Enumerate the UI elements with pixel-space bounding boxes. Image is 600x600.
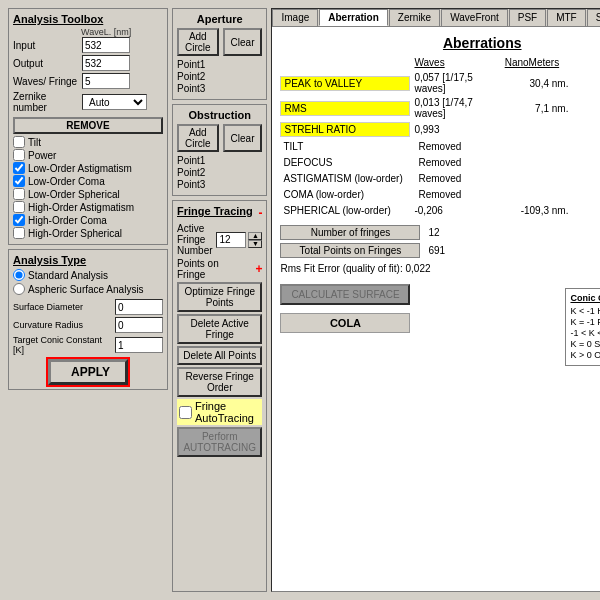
rms-waves: 0,013 [1/74,7 waves] xyxy=(414,97,494,119)
autotracing-checkbox[interactable] xyxy=(179,406,192,419)
conic-box: Conic Constant (K) range K < -1 Hyperbol… xyxy=(565,288,600,366)
aspheric-label: Aspheric Surface Analysis xyxy=(28,284,144,295)
obstruction-section: Obstruction Add Circle Clear Point1 Poin… xyxy=(172,104,267,196)
zernike-select[interactable]: Auto xyxy=(82,94,147,110)
obs-point2: Point2 xyxy=(177,167,262,178)
high-coma-checkbox[interactable] xyxy=(13,214,25,226)
tab-aberration[interactable]: Aberration xyxy=(319,9,388,26)
curvature-radius-field[interactable] xyxy=(115,317,163,333)
obs-add-circle-button[interactable]: Add Circle xyxy=(177,124,219,152)
astigmatism-label: ASTIGMATISM (low-order) xyxy=(280,172,410,185)
target-conic-field[interactable] xyxy=(115,337,163,353)
low-spherical-checkbox[interactable] xyxy=(13,188,25,200)
ap-point2: Point2 xyxy=(177,71,262,82)
ap-point3: Point3 xyxy=(177,83,262,94)
conic-row-2: -1 < K < 0 Prolate Ellipsoid xyxy=(570,328,600,338)
input-label: Input xyxy=(13,40,78,51)
wave-label: WaveL. [nm] xyxy=(81,27,163,37)
active-fringe-input[interactable] xyxy=(216,232,246,248)
analysis-type-section: Analysis Type Standard Analysis Aspheric… xyxy=(8,249,168,390)
toolbox-title: Analysis Toolbox xyxy=(13,13,163,25)
high-astig-checkbox[interactable] xyxy=(13,201,25,213)
spherical-waves: -0,206 xyxy=(414,205,494,216)
aberrations-content: Aberrations Waves NanoMeters PEAK to VAL… xyxy=(272,27,600,591)
tab-wavefront[interactable]: WaveFront xyxy=(441,9,508,26)
remove-button[interactable]: REMOVE xyxy=(13,117,163,134)
tab-mtf[interactable]: MTF xyxy=(547,9,586,26)
defocus-label: DEFOCUS xyxy=(280,156,410,169)
fringe-title: Fringe Tracing xyxy=(177,205,253,217)
obs-point3: Point3 xyxy=(177,179,262,190)
peak-valley-waves: 0,057 [1/17,5 waves] xyxy=(414,72,494,94)
input-field[interactable] xyxy=(82,37,130,53)
waves-field[interactable] xyxy=(82,73,130,89)
rms-fit-label: Rms Fit Error (quality of fit): xyxy=(280,263,402,274)
low-coma-checkbox[interactable] xyxy=(13,175,25,187)
points-value: 691 xyxy=(428,245,468,256)
aperture-title: Aperture xyxy=(177,13,262,25)
obs-point1: Point1 xyxy=(177,155,262,166)
reverse-fringe-btn[interactable]: Reverse Fringe Order xyxy=(177,367,262,397)
aperture-clear-button[interactable]: Clear xyxy=(223,28,263,56)
points-fringe-label: Points on Fringe xyxy=(177,258,249,280)
peak-valley-label: PEAK to VALLEY xyxy=(280,76,410,91)
aperture-section: Aperture Add Circle Clear Point1 Point2 … xyxy=(172,8,267,100)
output-label: Output xyxy=(13,58,78,69)
standard-label: Standard Analysis xyxy=(28,270,108,281)
fringe-up-btn[interactable]: ▲ xyxy=(248,232,262,240)
astigmatism-removed: Removed xyxy=(418,173,461,184)
conic-row-4: K > 0 Oblate Ellipsoid xyxy=(570,350,600,360)
fringes-label: Number of fringes xyxy=(280,225,420,240)
standard-radio[interactable] xyxy=(13,269,25,281)
optimize-btn[interactable]: Optimize Fringe Points xyxy=(177,282,262,312)
middle-panel: Aperture Add Circle Clear Point1 Point2 … xyxy=(172,8,267,592)
col-waves-header: Waves xyxy=(414,57,444,68)
aberrations-title: Aberrations xyxy=(280,35,600,51)
disabled-action-btn: CALCULATE SURFACE xyxy=(280,284,410,305)
delete-active-btn[interactable]: Delete Active Fringe xyxy=(177,314,262,344)
fringe-section: Fringe Tracing - Active Fringe Number ▲ … xyxy=(172,200,267,592)
stats-section: Number of fringes 12 Total Points on Fri… xyxy=(280,225,600,274)
tab-zernike[interactable]: Zernike xyxy=(389,9,440,26)
tilt-label: Tilt xyxy=(28,137,41,148)
tab-psf[interactable]: PSF xyxy=(509,9,546,26)
spherical-nm: -109,3 nm. xyxy=(498,205,568,216)
delete-all-btn[interactable]: Delete All Points xyxy=(177,346,262,365)
low-astig-checkbox[interactable] xyxy=(13,162,25,174)
apply-button[interactable]: APPLY xyxy=(48,359,128,385)
surface-diameter-label: Surface Diameter xyxy=(13,302,111,312)
table-row: PEAK to VALLEY 0,057 [1/17,5 waves] 30,4… xyxy=(280,72,600,94)
fringes-row: Number of fringes 12 xyxy=(280,225,600,240)
curvature-radius-label: Curvature Radius xyxy=(13,320,111,330)
tilt-checkbox[interactable] xyxy=(13,136,25,148)
perform-autotracing-btn[interactable]: Perform AUTOTRACING xyxy=(177,427,262,457)
power-checkbox[interactable] xyxy=(13,149,25,161)
surface-diameter-field[interactable] xyxy=(115,299,163,315)
table-row: ASTIGMATISM (low-order) Removed xyxy=(280,172,600,185)
zernike-label: Zernike number xyxy=(13,91,78,113)
conic-row-1: K = -1 Parabola xyxy=(570,317,600,327)
table-row: SPHERICAL (low-order) -0,206 -109,3 nm. xyxy=(280,204,600,217)
high-spherical-checkbox[interactable] xyxy=(13,227,25,239)
table-row: TILT Removed xyxy=(280,140,600,153)
obs-clear-button[interactable]: Clear xyxy=(223,124,263,152)
table-row: COMA (low-order) Removed xyxy=(280,188,600,201)
tab-synthetic[interactable]: Synthetic xyxy=(587,9,600,26)
aspheric-radio[interactable] xyxy=(13,283,25,295)
coma-label: COMA (low-order) xyxy=(280,188,410,201)
fringe-down-btn[interactable]: ▼ xyxy=(248,240,262,248)
analysis-toolbox: Analysis Toolbox WaveL. [nm] Input Outpu… xyxy=(8,8,168,245)
rms-fit-value: 0,022 xyxy=(406,263,431,274)
right-panel: Image Aberration Zernike WaveFront PSF M… xyxy=(271,8,600,592)
rms-fit-row: Rms Fit Error (quality of fit): 0,022 xyxy=(280,263,600,274)
strehl-label: STREHL RATIO xyxy=(280,122,410,137)
aperture-add-circle-button[interactable]: Add Circle xyxy=(177,28,219,56)
output-field[interactable] xyxy=(82,55,130,71)
autotracing-row: Fringe AutoTracing xyxy=(177,399,262,425)
table-row: RMS 0,013 [1/74,7 waves] 7,1 nm. xyxy=(280,97,600,119)
peak-valley-nm: 30,4 nm. xyxy=(498,78,568,89)
low-astig-label: Low-Order Astigmatism xyxy=(28,163,132,174)
active-fringe-label: Active Fringe Number xyxy=(177,223,214,256)
high-spherical-label: High-Order Spherical xyxy=(28,228,122,239)
tab-image[interactable]: Image xyxy=(272,9,318,26)
